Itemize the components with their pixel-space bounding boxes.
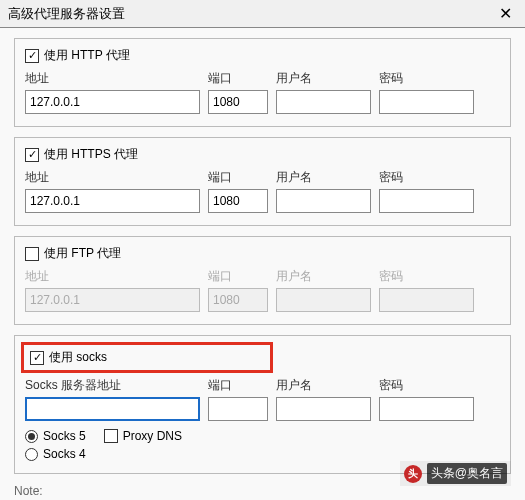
close-button[interactable]: ✕ <box>485 0 525 28</box>
https-user-input[interactable] <box>276 189 371 213</box>
socks-highlight-annotation: 使用 socks <box>21 342 273 373</box>
http-user-label: 用户名 <box>276 70 371 90</box>
https-address-input[interactable] <box>25 189 200 213</box>
socks-address-input[interactable] <box>25 397 200 421</box>
http-pass-input[interactable] <box>379 90 474 114</box>
http-pass-label: 密码 <box>379 70 474 90</box>
dialog-title: 高级代理服务器设置 <box>8 5 485 23</box>
socks-address-label: Socks 服务器地址 <box>25 377 200 397</box>
http-address-label: 地址 <box>25 70 200 90</box>
socks4-radio[interactable] <box>25 448 38 461</box>
https-port-input[interactable] <box>208 189 268 213</box>
proxy-dns-checkbox[interactable] <box>104 429 118 443</box>
http-port-input[interactable] <box>208 90 268 114</box>
socks-pass-input[interactable] <box>379 397 474 421</box>
socks-enable-label: 使用 socks <box>49 349 107 366</box>
https-port-label: 端口 <box>208 169 268 189</box>
proxy-dns-label: Proxy DNS <box>123 429 182 443</box>
socks-port-label: 端口 <box>208 377 268 397</box>
ftp-user-input <box>276 288 371 312</box>
note-label: Note: <box>14 484 511 498</box>
https-enable-checkbox[interactable] <box>25 148 39 162</box>
socks-enable-checkbox[interactable] <box>30 351 44 365</box>
socks-user-input[interactable] <box>276 397 371 421</box>
https-pass-input[interactable] <box>379 189 474 213</box>
http-user-input[interactable] <box>276 90 371 114</box>
socks-proxy-group: 使用 socks Socks 服务器地址 端口 用户名 密码 Socks 5 <box>14 335 511 474</box>
socks5-radio[interactable] <box>25 430 38 443</box>
ftp-port-label: 端口 <box>208 268 268 288</box>
socks-port-input[interactable] <box>208 397 268 421</box>
ftp-enable-label: 使用 FTP 代理 <box>44 245 121 262</box>
ftp-port-input <box>208 288 268 312</box>
dialog-content: 使用 HTTP 代理 地址 端口 用户名 密码 使用 HTTPS 代理 <box>0 28 525 500</box>
https-proxy-group: 使用 HTTPS 代理 地址 端口 用户名 密码 <box>14 137 511 226</box>
ftp-user-label: 用户名 <box>276 268 371 288</box>
socks-pass-label: 密码 <box>379 377 474 397</box>
https-user-label: 用户名 <box>276 169 371 189</box>
watermark-text: 头条@奥名言 <box>427 463 507 484</box>
http-address-input[interactable] <box>25 90 200 114</box>
watermark-logo-icon: 头 <box>404 465 422 483</box>
https-pass-label: 密码 <box>379 169 474 189</box>
titlebar: 高级代理服务器设置 ✕ <box>0 0 525 28</box>
http-proxy-group: 使用 HTTP 代理 地址 端口 用户名 密码 <box>14 38 511 127</box>
ftp-enable-checkbox[interactable] <box>25 247 39 261</box>
http-port-label: 端口 <box>208 70 268 90</box>
https-enable-label: 使用 HTTPS 代理 <box>44 146 138 163</box>
ftp-address-label: 地址 <box>25 268 200 288</box>
ftp-proxy-group: 使用 FTP 代理 地址 端口 用户名 密码 <box>14 236 511 325</box>
socks-user-label: 用户名 <box>276 377 371 397</box>
socks5-radio-label: Socks 5 <box>43 429 86 443</box>
watermark: 头 头条@奥名言 <box>400 461 511 486</box>
https-address-label: 地址 <box>25 169 200 189</box>
dialog-window: 高级代理服务器设置 ✕ 使用 HTTP 代理 地址 端口 用户名 密码 <box>0 0 525 500</box>
socks4-radio-label: Socks 4 <box>43 447 86 461</box>
http-enable-label: 使用 HTTP 代理 <box>44 47 130 64</box>
ftp-address-input <box>25 288 200 312</box>
ftp-pass-input <box>379 288 474 312</box>
ftp-pass-label: 密码 <box>379 268 474 288</box>
close-icon: ✕ <box>499 4 512 23</box>
http-enable-checkbox[interactable] <box>25 49 39 63</box>
